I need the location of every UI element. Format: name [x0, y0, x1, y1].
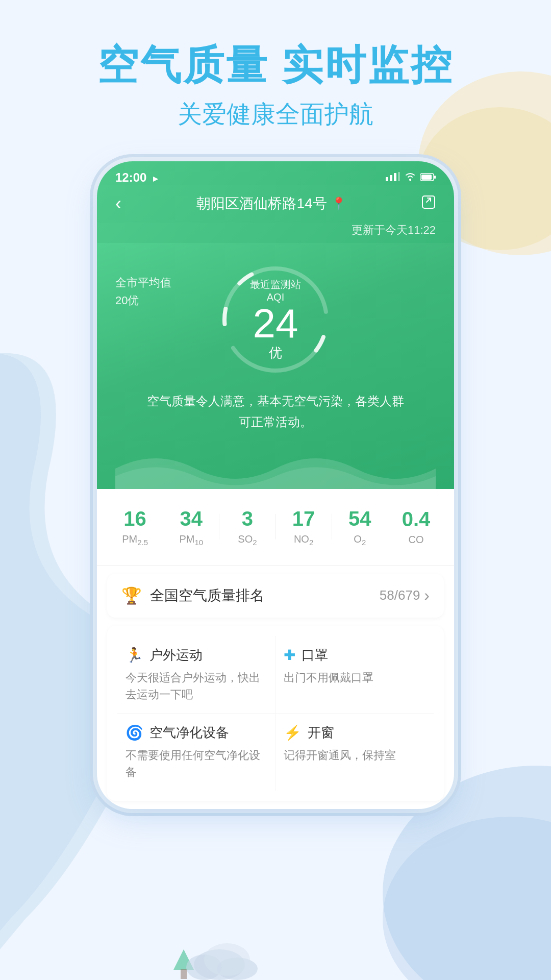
o2-label: O2	[332, 533, 388, 547]
battery-icon	[420, 172, 436, 184]
aqi-gauge: 最近监测站AQI 24 优	[214, 258, 337, 381]
svg-rect-16	[421, 175, 432, 180]
tip4-desc: 记得开窗通风，保持室	[284, 747, 425, 764]
pm25-value: 16	[107, 507, 163, 530]
pollutant-so2: 3 SO2	[219, 507, 275, 547]
trophy-icon: 🏆	[121, 586, 142, 605]
pollutant-o2: 54 O2	[332, 507, 388, 547]
pm25-label: PM2.5	[107, 533, 163, 547]
no2-value: 17	[276, 507, 332, 530]
svg-point-9	[204, 943, 250, 976]
ranking-left: 🏆 全国空气质量排名	[121, 586, 264, 605]
tip-open-window: ⚡ 开窗 记得开窗通风，保持室	[276, 714, 434, 791]
city-average: 全市平均值20优	[115, 274, 171, 309]
tip4-title: 开窗	[308, 724, 334, 742]
co-label: CO	[388, 534, 444, 546]
wifi-icon	[404, 172, 416, 184]
so2-value: 3	[219, 507, 275, 530]
svg-point-14	[409, 179, 411, 181]
no2-label: NO2	[276, 533, 332, 547]
phone-wrapper: 12:00 ▸ ‹	[0, 161, 551, 809]
header-section: 空气质量 实时监控 关爱健康全面护航	[0, 0, 551, 131]
pm10-value: 34	[163, 507, 219, 530]
tip-mask: ✚ 口罩 出门不用佩戴口罩	[276, 636, 434, 714]
phone-nav-bar: ‹ 朝阳区酒仙桥路14号 📍	[97, 185, 454, 223]
tip1-title: 户外运动	[149, 646, 203, 664]
svg-rect-12	[394, 173, 396, 181]
tip-air-purifier: 🌀 空气净化设备 不需要使用任何空气净化设备	[117, 714, 276, 791]
tip1-desc: 今天很适合户外运动，快出去运动一下吧	[126, 669, 267, 703]
status-time: 12:00 ▸	[115, 170, 158, 185]
mask-icon: ✚	[284, 647, 295, 664]
main-title: 空气质量 实时监控	[0, 41, 551, 90]
sub-title: 关爱健康全面护航	[0, 98, 551, 131]
back-button[interactable]: ‹	[115, 193, 121, 214]
svg-rect-11	[390, 175, 392, 181]
purifier-icon: 🌀	[126, 724, 143, 741]
co-value: 0.4	[388, 508, 444, 531]
location-title: 朝阳区酒仙桥路14号 📍	[196, 194, 346, 213]
status-bar: 12:00 ▸	[97, 161, 454, 185]
pollutant-pm25: 16 PM2.5	[107, 507, 163, 547]
ranking-value: 58/679	[380, 587, 420, 603]
running-icon: 🏃	[126, 647, 143, 664]
pollutant-no2: 17 NO2	[276, 507, 332, 547]
so2-label: SO2	[219, 533, 275, 547]
tip-outdoor-exercise: 🏃 户外运动 今天很适合户外运动，快出去运动一下吧	[117, 636, 276, 714]
ranking-chevron: ›	[424, 586, 430, 605]
pollutants-section: 16 PM2.5 34 PM10 3 SO2 17 NO2	[97, 489, 454, 566]
tip2-desc: 出门不用佩戴口罩	[284, 669, 425, 686]
share-button[interactable]	[421, 195, 436, 213]
signal-icon	[386, 172, 400, 184]
pollutant-pm10: 34 PM10	[163, 507, 219, 547]
location-pin-icon: 📍	[331, 197, 346, 211]
pollutant-co: 0.4 CO	[388, 508, 444, 546]
svg-rect-10	[386, 177, 388, 181]
svg-rect-5	[181, 969, 187, 979]
svg-rect-13	[398, 172, 400, 181]
aqi-section: 全市平均值20优 最近监测站AQI 24 优	[97, 243, 454, 489]
svg-rect-17	[434, 176, 436, 179]
gauge-center: 最近监测站AQI 24 优	[245, 278, 306, 362]
phone-mockup: 12:00 ▸ ‹	[97, 161, 454, 809]
pm10-label: PM10	[163, 533, 219, 547]
ranking-right: 58/679 ›	[380, 586, 430, 605]
ranking-label: 全国空气质量排名	[150, 586, 264, 605]
ranking-section[interactable]: 🏆 全国空气质量排名 58/679 ›	[107, 574, 444, 618]
status-icons	[386, 172, 436, 184]
tip3-desc: 不需要使用任何空气净化设备	[126, 747, 267, 780]
o2-value: 54	[332, 507, 388, 530]
tip3-title: 空气净化设备	[149, 724, 229, 742]
tip2-title: 口罩	[302, 646, 328, 664]
window-icon: ⚡	[284, 724, 302, 741]
tips-section: 🏃 户外运动 今天很适合户外运动，快出去运动一下吧 ✚ 口罩 出门不用佩戴口罩	[107, 626, 444, 801]
